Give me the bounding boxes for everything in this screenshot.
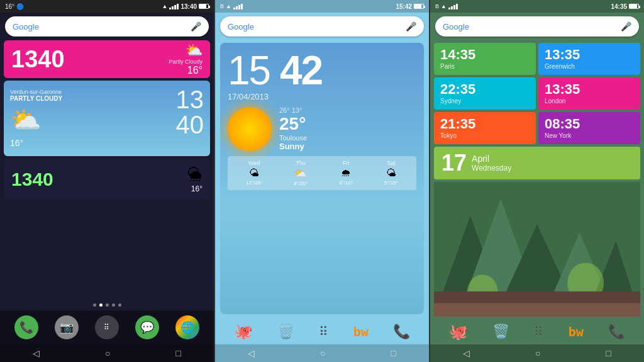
condition-label-1: PARTLY CLOUDY: [10, 95, 204, 102]
dock-2: 🐙 🗑️ ⠿ bw 📞: [215, 319, 429, 344]
night-cloud-icon: 🌦: [187, 166, 203, 183]
phone-2: B ▲ 15:42 Google 🎤 15 42 17/04/2013: [215, 0, 430, 362]
widget-dark: 1340 🌦 16°: [4, 159, 210, 200]
tile-tokyo: 21:35 Tokyo: [434, 112, 536, 144]
dock-phone-3[interactable]: 📞: [608, 324, 625, 340]
recents-btn-1[interactable]: □: [176, 348, 181, 358]
phone-3: B ▲ 14:35 Google 🎤 14:35 Paris 13:35 Gre…: [430, 0, 644, 362]
pink-min: 40: [38, 46, 64, 72]
temp-current: 25°: [279, 114, 307, 134]
temp-range: 26° 13°: [279, 106, 307, 114]
big-hour: 15: [228, 48, 270, 93]
dot-3: [106, 303, 109, 307]
bottom-nav-2: ◁ ○ □: [215, 344, 429, 362]
recents-btn-3[interactable]: □: [606, 348, 611, 358]
forecast-sat: Sat 🌤 5°/15°: [384, 160, 398, 186]
weather-main-row: 26° 13° 25° Toulouse Sunny: [228, 106, 416, 151]
condition-p2: Sunny: [279, 142, 307, 151]
overlay-hour: 13: [176, 87, 204, 112]
dot-4: [112, 303, 115, 307]
pink-clock: 1340: [11, 47, 65, 71]
dock-chrome-icon[interactable]: 🌐: [175, 315, 199, 339]
bottom-nav-1: ◁ ○ □: [0, 344, 214, 362]
time-overlay-1: 13 40: [176, 87, 204, 137]
dock-octopus-3[interactable]: 🐙: [449, 323, 468, 341]
overlay-min: 40: [176, 112, 204, 137]
big-clock: 15 42: [228, 50, 416, 91]
pink-hour: 13: [11, 46, 38, 72]
tile-city-2: Sydney: [440, 98, 530, 105]
tile-city-1: Greenwich: [545, 63, 634, 70]
dock-apps-3[interactable]: ⠿: [534, 324, 543, 339]
tile-greenwich: 13:35 Greenwich: [538, 43, 640, 75]
google-label-2: Google: [228, 22, 254, 31]
home-btn-2[interactable]: ○: [320, 348, 325, 358]
dock-bw-3[interactable]: bw: [569, 324, 584, 339]
landscape-area: [434, 182, 640, 317]
temp-status: 16°: [5, 3, 14, 10]
mic-icon-1[interactable]: 🎤: [191, 21, 201, 31]
fc-icon-3: 🌤: [386, 167, 396, 179]
tile-paris: 14:35 Paris: [434, 43, 536, 75]
fc-temp-0: 13°/26°: [246, 180, 262, 186]
date-tile: 17 April Wednesday: [434, 147, 640, 179]
page-dots: [0, 300, 214, 310]
dark-clock: 1340: [11, 169, 53, 190]
back-btn-3[interactable]: ◁: [463, 348, 470, 358]
battery-icon-3: [629, 4, 639, 9]
widget-blue-weather: Verdun-sur-Garonne PARTLY CLOUDY ⛅ 16° 1…: [4, 81, 210, 156]
back-btn-2[interactable]: ◁: [248, 348, 255, 358]
dock-apps-icon[interactable]: ⠿: [95, 315, 119, 339]
status-bar-2: B ▲ 15:42: [215, 0, 429, 13]
forecast-strip: Wed 🌤 13°/26° Thu ⛅ 8°/20° Fri 🌧 6°/10° …: [228, 156, 416, 190]
status-time-2: 15:42: [396, 3, 412, 10]
date-number: 17: [441, 152, 467, 174]
home-btn-3[interactable]: ○: [535, 348, 540, 358]
location-p2: Toulouse: [279, 134, 307, 142]
fc-temp-2: 6°/10°: [339, 180, 353, 186]
date-month: April: [472, 154, 511, 164]
tile-time-0: 14:35: [440, 48, 530, 62]
recents-btn-2[interactable]: □: [391, 348, 396, 358]
battery-icon-2: [414, 4, 424, 9]
phone1-content: 1340 ⛅ Partly Cloudy 16° Verdun-sur-Garo…: [0, 40, 214, 300]
back-btn-1[interactable]: ◁: [33, 348, 40, 358]
dock-octopus-2[interactable]: 🐙: [234, 323, 253, 341]
bt-icon-3: B: [435, 3, 439, 9]
tile-city-4: Tokyo: [440, 132, 530, 139]
weather-info-right: 26° 13° 25° Toulouse Sunny: [279, 106, 307, 151]
dock-trash-3[interactable]: 🗑️: [492, 324, 509, 340]
temp-widget2: 16°: [10, 138, 204, 148]
fc-icon-2: 🌧: [341, 167, 351, 179]
dark-hour: 13: [11, 169, 32, 189]
cloud-icon-1: ⛅: [10, 105, 204, 135]
date-line: 17/04/2013: [228, 92, 416, 101]
dock-3: 🐙 🗑️ ⠿ bw 📞: [430, 319, 644, 344]
dock-trash-2[interactable]: 🗑️: [277, 324, 294, 340]
dock-phone-2[interactable]: 📞: [393, 324, 410, 340]
search-bar-1[interactable]: Google 🎤: [5, 16, 209, 37]
phone2-content: 15 42 17/04/2013 26° 13° 25° Toulouse Su…: [215, 40, 429, 319]
home-btn-1[interactable]: ○: [105, 348, 110, 358]
dot-5: [118, 303, 121, 307]
dock-bw-2[interactable]: bw: [353, 324, 369, 339]
date-info: April Wednesday: [472, 154, 511, 173]
status-bar-3: B ▲ 14:35: [430, 0, 644, 13]
temp-min: 13°: [292, 106, 303, 114]
fc-temp-3: 5°/15°: [384, 180, 398, 186]
dock-hangouts-icon[interactable]: 💬: [135, 315, 159, 339]
dock-phone-icon[interactable]: 📞: [14, 315, 38, 339]
big-min: 42: [280, 48, 322, 93]
mountain-svg: [434, 182, 640, 317]
temp-1: 16°: [187, 65, 203, 76]
dock-apps-2[interactable]: ⠿: [319, 324, 328, 339]
bluetooth-icon: 🔵: [16, 3, 24, 10]
widget-pink-time: 1340 ⛅ Partly Cloudy 16°: [4, 40, 210, 78]
search-bar-2[interactable]: Google 🎤: [220, 16, 424, 37]
dock-camera-icon[interactable]: 📷: [55, 315, 79, 339]
mic-icon-3[interactable]: 🎤: [621, 21, 631, 31]
tile-time-4: 21:35: [440, 117, 530, 131]
mic-icon-2[interactable]: 🎤: [406, 21, 416, 31]
search-bar-3[interactable]: Google 🎤: [435, 16, 639, 37]
google-label-1: Google: [13, 22, 39, 31]
